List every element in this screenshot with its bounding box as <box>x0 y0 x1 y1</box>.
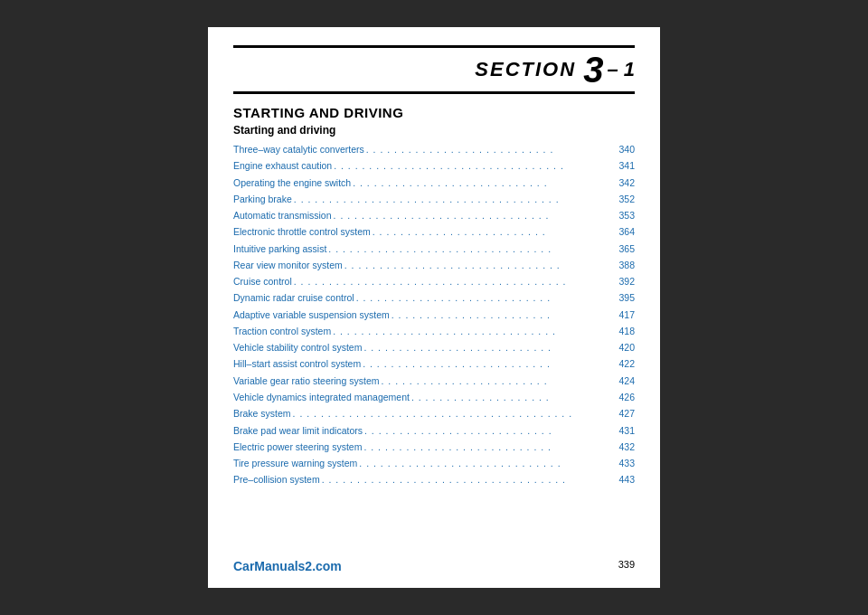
toc-dots: . . . . . . . . . . . . . . . . . . . . … <box>366 142 608 157</box>
toc-item: Brake pad wear limit indicators . . . . … <box>233 423 635 439</box>
toc-page: 395 <box>609 290 635 305</box>
toc-label: Tire pressure warning system <box>233 456 357 470</box>
toc-item: Intuitive parking assist . . . . . . . .… <box>233 241 635 257</box>
toc-item: Electric power steering system . . . . .… <box>233 440 635 455</box>
toc-dots: . . . . . . . . . . . . . . . . . . . . … <box>334 158 608 174</box>
toc-item: Cruise control . . . . . . . . . . . . .… <box>233 274 635 289</box>
toc-list: Three–way catalytic converters . . . . .… <box>233 142 635 552</box>
toc-label: Rear view monitor system <box>233 258 343 272</box>
toc-item: Vehicle stability control system . . . .… <box>233 340 635 355</box>
toc-item: Operating the engine switch . . . . . . … <box>233 175 635 191</box>
toc-item: Automatic transmission . . . . . . . . .… <box>233 208 635 223</box>
toc-item: Parking brake . . . . . . . . . . . . . … <box>233 192 635 207</box>
toc-item: Three–way catalytic converters . . . . .… <box>233 142 635 157</box>
toc-item: Hill–start assist control system . . . .… <box>233 356 635 372</box>
toc-label: Hill–start assist control system <box>233 356 361 371</box>
toc-item: Pre–collision system . . . . . . . . . .… <box>233 472 635 487</box>
toc-item: Rear view monitor system . . . . . . . .… <box>233 258 635 273</box>
toc-label: Brake pad wear limit indicators <box>233 423 363 438</box>
toc-label: Automatic transmission <box>233 208 332 222</box>
section-header: SECTION 3 – 1 <box>233 45 635 94</box>
toc-dots: . . . . . . . . . . . . . . . . . . . . … <box>353 175 608 191</box>
toc-item: Tire pressure warning system . . . . . .… <box>233 456 635 471</box>
toc-label: Vehicle dynamics integrated management <box>233 390 410 404</box>
toc-label: Cruise control <box>233 274 292 289</box>
toc-dots: . . . . . . . . . . . . . . . . . . . . … <box>363 440 608 455</box>
toc-dots: . . . . . . . . . . . . . . . . . . . . … <box>373 224 608 240</box>
toc-dots: . . . . . . . . . . . . . . . . . . . . … <box>392 308 608 323</box>
toc-item: Brake system . . . . . . . . . . . . . .… <box>233 406 635 421</box>
section-dash: – <box>607 58 618 80</box>
toc-page: 342 <box>609 175 635 190</box>
toc-item: Variable gear ratio steering system . . … <box>233 374 635 389</box>
section-number: 3 <box>583 52 603 88</box>
toc-page: 365 <box>609 241 635 256</box>
toc-label: Traction control system <box>233 324 331 338</box>
toc-dots: . . . . . . . . . . . . . . . . . . . . … <box>294 274 608 289</box>
chapter-subtitle: Starting and driving <box>233 124 635 137</box>
toc-page: 392 <box>609 274 635 289</box>
toc-dots: . . . . . . . . . . . . . . . . . . . . … <box>381 374 608 389</box>
toc-label: Vehicle stability control system <box>233 340 362 355</box>
toc-label: Engine exhaust caution <box>233 158 332 173</box>
toc-label: Parking brake <box>233 192 292 206</box>
toc-page: 433 <box>609 456 635 470</box>
toc-label: Dynamic radar cruise control <box>233 290 354 305</box>
toc-dots: . . . . . . . . . . . . . . . . . . . . … <box>363 356 608 372</box>
toc-page: 432 <box>609 440 635 454</box>
toc-dots: . . . . . . . . . . . . . . . . . . . . … <box>333 324 608 339</box>
toc-item: Engine exhaust caution . . . . . . . . .… <box>233 158 635 174</box>
toc-item: Electronic throttle control system . . .… <box>233 224 635 240</box>
toc-label: Variable gear ratio steering system <box>233 374 379 388</box>
toc-dots: . . . . . . . . . . . . . . . . . . . . <box>411 390 608 405</box>
toc-dots: . . . . . . . . . . . . . . . . . . . . … <box>363 340 608 355</box>
toc-dots: . . . . . . . . . . . . . . . . . . . . … <box>293 406 608 421</box>
section-dash-sub: – 1 <box>607 58 635 81</box>
toc-page: 352 <box>609 192 635 206</box>
toc-label: Pre–collision system <box>233 472 320 487</box>
toc-page: 443 <box>609 472 635 487</box>
toc-item: Dynamic radar cruise control . . . . . .… <box>233 290 635 306</box>
toc-dots: . . . . . . . . . . . . . . . . . . . . … <box>356 290 608 306</box>
toc-label: Brake system <box>233 406 291 421</box>
toc-page: 426 <box>609 390 635 404</box>
toc-page: 341 <box>609 158 635 173</box>
toc-dots: . . . . . . . . . . . . . . . . . . . . … <box>364 423 608 439</box>
toc-page: 427 <box>609 406 635 421</box>
toc-label: Electric power steering system <box>233 440 362 454</box>
toc-page: 417 <box>609 308 635 322</box>
toc-dots: . . . . . . . . . . . . . . . . . . . . … <box>344 258 608 273</box>
toc-page: 364 <box>609 224 635 239</box>
toc-item: Traction control system . . . . . . . . … <box>233 324 635 339</box>
toc-label: Electronic throttle control system <box>233 224 371 239</box>
page: SECTION 3 – 1 STARTING AND DRIVING Start… <box>208 27 660 588</box>
toc-dots: . . . . . . . . . . . . . . . . . . . . … <box>328 241 608 257</box>
chapter-title: STARTING AND DRIVING <box>233 105 635 120</box>
toc-dots: . . . . . . . . . . . . . . . . . . . . … <box>334 208 608 223</box>
toc-label: Operating the engine switch <box>233 175 351 190</box>
watermark: CarManuals2.com <box>233 559 342 573</box>
toc-dots: . . . . . . . . . . . . . . . . . . . . … <box>294 192 608 207</box>
toc-dots: . . . . . . . . . . . . . . . . . . . . … <box>359 456 608 471</box>
toc-page: 353 <box>609 208 635 222</box>
toc-item: Vehicle dynamics integrated management .… <box>233 390 635 405</box>
toc-label: Intuitive parking assist <box>233 241 326 256</box>
toc-page: 422 <box>609 356 635 371</box>
toc-label: Three–way catalytic converters <box>233 142 364 156</box>
toc-page: 388 <box>609 258 635 272</box>
section-label: SECTION <box>475 58 576 81</box>
toc-label: Adaptive variable suspension system <box>233 308 390 322</box>
toc-page: 340 <box>609 142 635 156</box>
toc-item: Adaptive variable suspension system . . … <box>233 308 635 323</box>
section-sub-number: 1 <box>624 58 635 80</box>
toc-page: 418 <box>609 324 635 338</box>
toc-page: 431 <box>609 423 635 438</box>
toc-page: 420 <box>609 340 635 355</box>
toc-dots: . . . . . . . . . . . . . . . . . . . . … <box>322 472 608 487</box>
toc-page: 424 <box>609 374 635 388</box>
